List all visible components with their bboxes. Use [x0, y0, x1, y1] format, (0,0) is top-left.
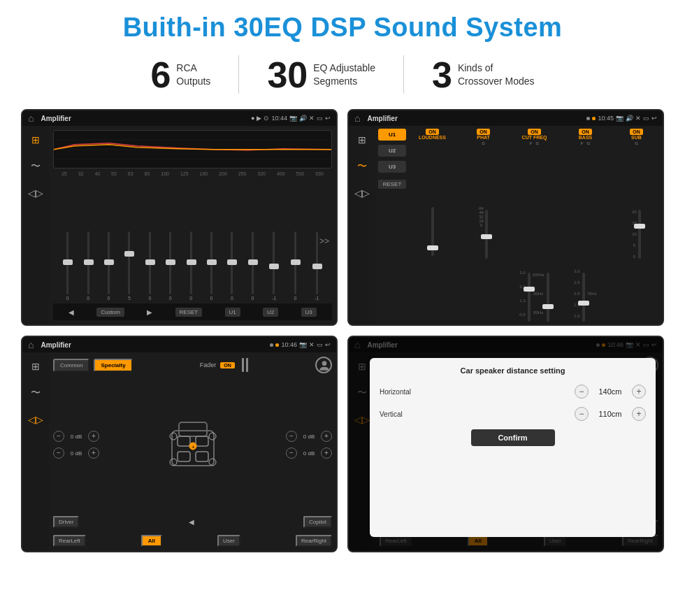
screen3-db-control-1: − 0 dB +	[53, 431, 99, 442]
distance-horizontal-row: Horizontal − 140cm +	[380, 385, 646, 399]
screen3-user-btn[interactable]: User	[217, 535, 240, 547]
screen3-db-control-3: − 0 dB +	[286, 431, 332, 442]
screen3-back-icon[interactable]: ↩	[325, 341, 331, 348]
screen3-minus-3[interactable]: −	[286, 431, 297, 442]
eq-reset-btn[interactable]: RESET	[175, 308, 203, 317]
eq-custom-btn[interactable]: Custom	[96, 308, 124, 317]
screen2-u1-btn[interactable]: U1	[378, 129, 406, 141]
eq-slider-9[interactable]: 0	[231, 217, 233, 301]
screen2-title: Amplifier	[367, 115, 582, 122]
screen3-eq-icon[interactable]: ⊞	[27, 358, 44, 375]
screen1-speaker-icon[interactable]: ◁▷	[27, 185, 44, 201]
screen2-back-icon[interactable]: ↩	[651, 115, 657, 122]
screen3-rearleft-btn[interactable]: RearLeft	[53, 535, 86, 547]
screen3-copilot-btn[interactable]: Copilot	[303, 516, 332, 528]
cross-phat-on[interactable]: ON	[477, 129, 490, 135]
screen3-home-icon[interactable]: ⌂	[28, 339, 34, 350]
cross-loudness-track[interactable]	[431, 207, 434, 256]
screen3-fader-on[interactable]: ON	[220, 362, 235, 368]
screen3-plus-2[interactable]: +	[88, 447, 99, 459]
confirm-button[interactable]: Confirm	[471, 429, 555, 446]
screen-2-crossover: ⌂ Amplifier 10:45 📷 🔊 ✕ ▭ ↩ ⊞ 〜 ◁▷	[347, 109, 664, 326]
screen2-wave-icon[interactable]: 〜	[354, 158, 370, 175]
distance-vertical-minus[interactable]: −	[575, 407, 589, 421]
screen3-plus-3[interactable]: +	[321, 431, 332, 442]
cross-cutfreq-track2[interactable]	[547, 273, 549, 322]
screen3-left-arrow[interactable]: ◀	[189, 518, 194, 526]
page-title: Buith-in 30EQ DSP Sound System	[21, 13, 664, 43]
screen3-x-icon: ✕	[309, 341, 315, 348]
eq-u2-btn[interactable]: U2	[263, 308, 278, 317]
distance-horizontal-minus[interactable]: −	[575, 385, 589, 399]
screen3-common-tab[interactable]: Common	[53, 359, 89, 372]
distance-horizontal-plus[interactable]: +	[632, 385, 646, 399]
screen1-wave-icon[interactable]: 〜	[27, 158, 44, 175]
screen2-channel-btns: U1 U2 U3 RESET	[378, 129, 406, 322]
screenshots-grid: ⌂ Amplifier ● ▶ ⊙ 10:44 📷 🔊 ✕ ▭ ↩	[21, 109, 664, 552]
freq-320: 320	[257, 171, 266, 176]
stats-row: 6 RCAOutputs 30 EQ AdjustableSegments 3 …	[21, 55, 664, 94]
cross-phat-track[interactable]	[485, 210, 488, 259]
screen3-driver-btn[interactable]: Driver	[53, 516, 79, 528]
svg-rect-5	[179, 422, 207, 436]
screen3-db-val-3: 0 dB	[299, 434, 319, 440]
screen3-content: ⊞ 〜 ◁▷ Common Specialty Fader ON	[22, 352, 336, 551]
screen2-speaker-icon[interactable]: ◁▷	[354, 185, 370, 201]
eq-slider-2[interactable]: 0	[87, 217, 89, 301]
eq-slider-6[interactable]: 0	[169, 217, 172, 301]
cross-cutfreq-track1[interactable]	[528, 273, 531, 322]
eq-slider-1[interactable]: 0	[66, 217, 69, 301]
cross-sub-on[interactable]: ON	[630, 129, 643, 135]
cross-loudness-on[interactable]: ON	[426, 129, 439, 135]
eq-slider-3[interactable]: 0	[108, 217, 110, 301]
screen3-speaker-icon[interactable]: ◁▷	[27, 411, 44, 428]
cross-sub-track[interactable]	[638, 210, 641, 259]
screen3-plus-1[interactable]: +	[88, 431, 99, 442]
eq-expand-icon[interactable]: >>	[319, 236, 329, 246]
screen-1-eq: ⌂ Amplifier ● ▶ ⊙ 10:44 📷 🔊 ✕ ▭ ↩	[21, 109, 338, 326]
screen3-rearright-btn[interactable]: RearRight	[296, 535, 332, 547]
screen1-eq-icon[interactable]: ⊞	[27, 131, 44, 148]
screen1-x-icon: ✕	[309, 115, 315, 122]
eq-prev-btn[interactable]: ◀	[68, 308, 74, 316]
cross-sub-thumb	[634, 224, 645, 229]
cross-bass-on[interactable]: ON	[579, 129, 592, 135]
screen3-all-btn[interactable]: All	[141, 535, 162, 547]
freq-50: 50	[111, 171, 117, 176]
stat-rca: 6 RCAOutputs	[122, 57, 238, 93]
screen3-plus-4[interactable]: +	[321, 447, 332, 459]
distance-vertical-plus[interactable]: +	[632, 407, 646, 421]
cross-bass-track1[interactable]	[582, 273, 585, 322]
screen2-u3-btn[interactable]: U3	[378, 161, 406, 173]
eq-slider-8[interactable]: 0	[210, 217, 213, 301]
screen3-right-controls: − 0 dB + − 0 dB +	[286, 431, 332, 459]
screen3-specialty-tab[interactable]: Specialty	[94, 359, 132, 372]
screen1-back-icon[interactable]: ↩	[325, 115, 331, 122]
screen3-fader-main: Common Specialty Fader ON	[49, 352, 336, 551]
eq-next-btn[interactable]: ▶	[147, 308, 152, 316]
screen3-minus-1[interactable]: −	[53, 431, 64, 442]
screen2-reset-btn[interactable]: RESET	[378, 180, 406, 189]
cross-cutfreq-on[interactable]: ON	[528, 129, 541, 135]
screen3-minus-2[interactable]: −	[53, 447, 64, 459]
screen2-eq-icon[interactable]: ⊞	[354, 131, 370, 148]
screen3-avatar[interactable]	[315, 357, 332, 373]
screen3-wave-icon[interactable]: 〜	[27, 385, 44, 401]
screen3-minus-4[interactable]: −	[286, 447, 297, 459]
screen1-home-icon[interactable]: ⌂	[28, 113, 34, 124]
eq-slider-4[interactable]: 5	[128, 217, 131, 301]
screen2-u2-btn[interactable]: U2	[378, 145, 406, 157]
screen2-home-icon[interactable]: ⌂	[354, 113, 360, 124]
eq-slider-12[interactable]: 0	[294, 217, 297, 301]
eq-slider-13[interactable]: -1	[315, 217, 319, 301]
freq-630: 630	[315, 171, 324, 176]
eq-slider-5[interactable]: 0	[148, 217, 151, 301]
svg-point-13	[209, 433, 216, 440]
eq-u1-btn[interactable]: U1	[225, 308, 240, 317]
eq-slider-10[interactable]: 0	[251, 217, 254, 301]
eq-u3-btn[interactable]: U3	[301, 308, 317, 317]
screen2-camera-icon: 📷	[616, 115, 623, 122]
eq-slider-7[interactable]: 0	[189, 217, 192, 301]
screen3-fader-track-mark1	[242, 358, 244, 372]
eq-slider-11[interactable]: -1	[272, 217, 276, 301]
